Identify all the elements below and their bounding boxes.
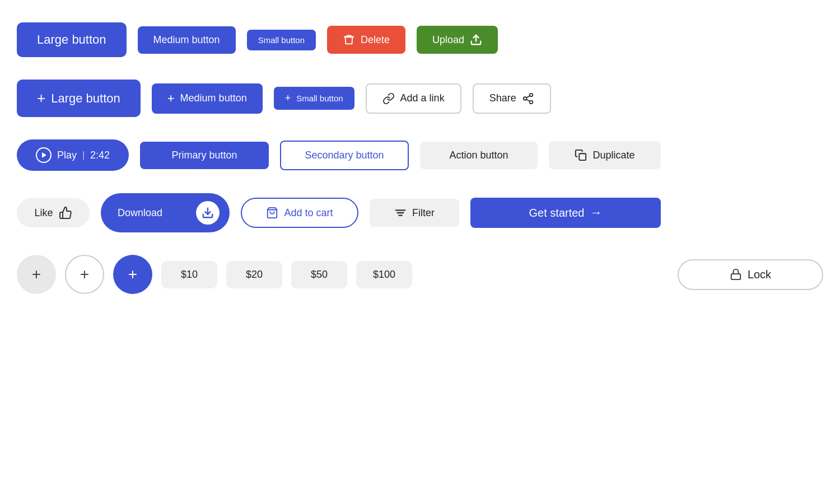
svg-marker-7 bbox=[42, 152, 46, 158]
delete-button[interactable]: Delete bbox=[327, 26, 405, 54]
trash-icon bbox=[343, 34, 355, 46]
like-button[interactable]: Like bbox=[17, 198, 90, 227]
medium-plus-button-label: Medium button bbox=[180, 92, 247, 104]
play-circle-icon bbox=[36, 147, 52, 163]
upload-button[interactable]: Upload bbox=[417, 26, 498, 54]
share-button[interactable]: Share bbox=[473, 83, 551, 114]
circle-plus-gray-button[interactable]: + bbox=[17, 255, 56, 294]
svg-line-5 bbox=[526, 99, 530, 101]
large-plus-button-label: Large button bbox=[51, 91, 120, 106]
large-button-plus[interactable]: + Large button bbox=[17, 80, 141, 117]
filter-label: Filter bbox=[412, 207, 435, 219]
duplicate-button-label: Duplicate bbox=[592, 150, 634, 161]
play-label: Play bbox=[57, 150, 77, 161]
medium-button[interactable]: Medium button bbox=[138, 26, 236, 54]
circle-plus-blue-button[interactable]: + bbox=[113, 255, 152, 294]
upload-button-label: Upload bbox=[432, 34, 464, 46]
plus-icon-small: + bbox=[285, 92, 291, 104]
download-button[interactable]: Download bbox=[101, 193, 230, 232]
row-3: Play | 2:42 Primary button Secondary but… bbox=[17, 139, 823, 171]
price-10-button[interactable]: $10 bbox=[161, 261, 217, 288]
svg-rect-0 bbox=[344, 37, 354, 38]
play-time-divider: | bbox=[82, 150, 85, 160]
play-button[interactable]: Play | 2:42 bbox=[17, 139, 129, 171]
svg-rect-8 bbox=[580, 153, 586, 160]
price-10-label: $10 bbox=[181, 269, 198, 281]
medium-button-label: Medium button bbox=[153, 34, 220, 46]
plus-icon-large: + bbox=[37, 90, 45, 107]
play-time: 2:42 bbox=[90, 150, 110, 161]
primary-button[interactable]: Primary button bbox=[140, 142, 269, 169]
cart-icon bbox=[266, 207, 278, 219]
price-100-button[interactable]: $100 bbox=[356, 261, 412, 288]
action-button-label: Action button bbox=[449, 150, 508, 161]
upload-icon bbox=[470, 34, 482, 46]
price-50-label: $50 bbox=[311, 269, 328, 281]
row-5: + + + $10 $20 $50 $100 Lock bbox=[17, 255, 823, 294]
price-20-button[interactable]: $20 bbox=[226, 261, 282, 288]
circle-plus-outline-button[interactable]: + bbox=[65, 255, 104, 294]
large-button[interactable]: Large button bbox=[17, 22, 127, 57]
arrow-right-icon: → bbox=[590, 206, 602, 220]
price-50-button[interactable]: $50 bbox=[291, 261, 347, 288]
filter-icon bbox=[394, 207, 407, 219]
circle-plus-outline-icon: + bbox=[80, 267, 89, 282]
duplicate-button[interactable]: Duplicate bbox=[549, 141, 661, 169]
medium-button-plus[interactable]: + Medium button bbox=[152, 83, 263, 114]
small-button-label: Small button bbox=[258, 35, 305, 45]
lock-label: Lock bbox=[748, 268, 771, 281]
get-started-label: Get started bbox=[529, 207, 585, 220]
thumbs-up-icon bbox=[59, 206, 72, 220]
share-icon bbox=[522, 92, 534, 105]
row-1: Large button Medium button Small button … bbox=[17, 22, 823, 57]
svg-line-6 bbox=[526, 95, 530, 97]
price-20-label: $20 bbox=[246, 269, 263, 281]
like-label: Like bbox=[34, 207, 53, 219]
get-started-button[interactable]: Get started → bbox=[470, 198, 661, 228]
secondary-button-label: Secondary button bbox=[305, 150, 384, 161]
svg-rect-14 bbox=[731, 274, 741, 279]
row-4: Like Download Add to cart bbox=[17, 193, 823, 232]
lock-icon bbox=[730, 268, 742, 281]
primary-button-label: Primary button bbox=[171, 150, 237, 161]
circle-plus-blue-icon: + bbox=[128, 267, 137, 282]
small-plus-button-label: Small button bbox=[296, 94, 343, 103]
add-link-label: Add a link bbox=[400, 92, 445, 104]
small-button-plus[interactable]: + Small button bbox=[274, 87, 354, 110]
small-button[interactable]: Small button bbox=[247, 30, 316, 50]
circle-plus-gray-icon: + bbox=[32, 267, 41, 282]
add-to-cart-button[interactable]: Add to cart bbox=[241, 198, 358, 228]
large-button-label: Large button bbox=[37, 32, 106, 47]
download-icon-circle bbox=[196, 201, 220, 225]
secondary-button[interactable]: Secondary button bbox=[280, 141, 409, 170]
add-to-cart-label: Add to cart bbox=[284, 207, 333, 219]
action-button[interactable]: Action button bbox=[420, 142, 538, 169]
price-100-label: $100 bbox=[373, 269, 395, 281]
duplicate-icon bbox=[575, 149, 587, 161]
download-label: Download bbox=[118, 207, 162, 219]
lock-button[interactable]: Lock bbox=[678, 259, 823, 290]
filter-button[interactable]: Filter bbox=[370, 199, 459, 227]
row-2: + Large button + Medium button + Small b… bbox=[17, 80, 823, 117]
link-icon bbox=[382, 92, 395, 105]
share-label: Share bbox=[489, 92, 516, 104]
add-link-button[interactable]: Add a link bbox=[366, 83, 461, 114]
plus-icon-medium: + bbox=[167, 91, 175, 106]
delete-button-label: Delete bbox=[361, 34, 390, 46]
